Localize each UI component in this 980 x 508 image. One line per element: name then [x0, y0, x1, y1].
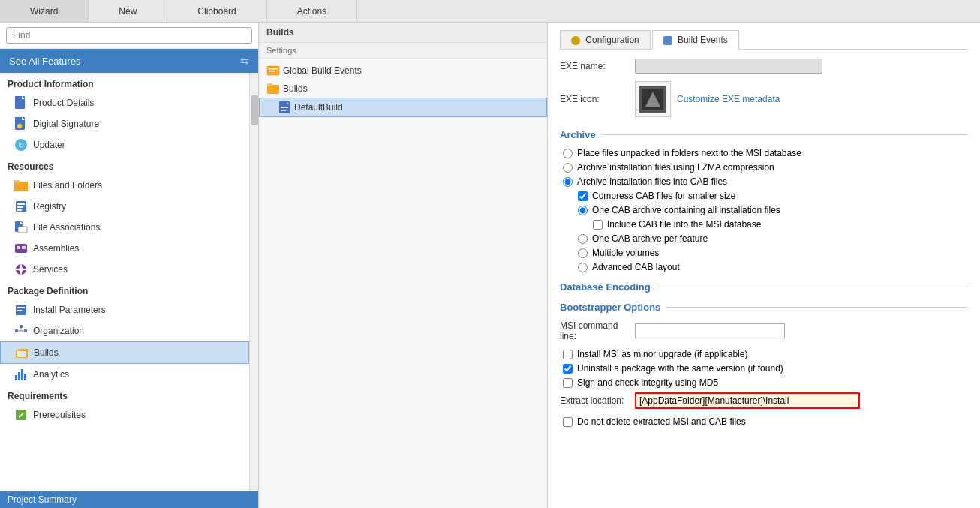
msi-command-line-input[interactable]: [635, 323, 785, 338]
archive-radio-1[interactable]: [563, 149, 573, 158]
sidebar-scrollbar[interactable]: [249, 73, 258, 491]
svg-point-4: [17, 124, 22, 128]
archive-section-header: Archive: [560, 129, 968, 140]
svg-rect-16: [18, 227, 27, 233]
archive-radio-2[interactable]: [563, 163, 573, 173]
sidebar-item-services-label: Services: [33, 264, 68, 275]
extract-location-row: Extract location:: [560, 392, 968, 409]
exe-name-input[interactable]: [635, 59, 822, 74]
archive-option-1-label: Place files unpacked in folders next to …: [577, 148, 801, 158]
tree-item-default-build[interactable]: DefaultBuild: [259, 98, 547, 117]
sign-label: Sign and check integrity using MD5: [577, 377, 718, 388]
svg-rect-47: [269, 71, 275, 72]
archive-suboptions: Compress CAB files for smaller size One …: [560, 191, 968, 272]
project-summary-label: Project Summary: [8, 494, 77, 505]
sidebar-item-file-associations-label: File Associations: [33, 222, 100, 233]
toolbar-tab-clipboard[interactable]: Clipboard: [167, 0, 266, 22]
no-delete-label: Do not delete extracted MSI and CAB file…: [577, 416, 746, 427]
archive-option-1[interactable]: Place files unpacked in folders next to …: [563, 148, 968, 158]
advanced-cab-option[interactable]: Advanced CAB layout: [578, 262, 968, 272]
panel-tabs: Configuration Build Events: [560, 30, 968, 50]
include-cab-checkbox[interactable]: [593, 220, 603, 230]
sidebar-item-registry[interactable]: Registry: [0, 196, 249, 217]
tab-build-events[interactable]: Build Events: [652, 30, 739, 50]
install-msi-option[interactable]: Install MSI as minor upgrade (if applica…: [563, 349, 968, 359]
msi-command-line-label: MSI command line:: [560, 320, 635, 341]
sidebar-item-organization-label: Organization: [33, 326, 84, 336]
uninstall-option[interactable]: Uninstall a package with the same versio…: [563, 363, 968, 374]
multiple-volumes-option[interactable]: Multiple volumes: [578, 248, 968, 258]
sidebar-item-install-parameters-label: Install Parameters: [33, 305, 106, 315]
svg-rect-49: [267, 83, 272, 86]
organization-icon: [14, 323, 29, 338]
one-cab-per-feature-radio[interactable]: [578, 234, 588, 244]
exe-icon-row: EXE icon: Customize EXE metadata: [560, 81, 968, 117]
one-cab-per-feature-option[interactable]: One CAB archive per feature: [578, 233, 968, 244]
multiple-volumes-radio[interactable]: [578, 248, 588, 258]
section-title-product-info: Product Information: [0, 73, 249, 92]
assemblies-icon: [14, 241, 29, 256]
scrollbar-thumb[interactable]: [251, 95, 258, 125]
one-cab-label: One CAB archive containing all installat…: [592, 205, 780, 215]
sidebar-item-files-folders[interactable]: Files and Folders: [0, 175, 249, 196]
uninstall-checkbox[interactable]: [563, 364, 573, 374]
include-cab-option[interactable]: Include CAB file into the MSI database: [578, 219, 968, 230]
svg-rect-52: [281, 107, 288, 108]
sidebar-item-updater[interactable]: ↻ Updater: [0, 134, 249, 155]
sidebar-scroll-inner: Product Information Product Details Digi…: [0, 73, 249, 491]
compress-cab-checkbox[interactable]: [578, 191, 588, 201]
sidebar-item-organization[interactable]: Organization: [0, 320, 249, 341]
sign-option[interactable]: Sign and check integrity using MD5: [563, 377, 968, 388]
toolbar-tab-actions[interactable]: Actions: [267, 0, 357, 22]
section-title-requirements: Requirements: [0, 385, 249, 404]
archive-radio-3[interactable]: [563, 177, 573, 187]
sidebar-item-file-associations[interactable]: File Associations: [0, 217, 249, 238]
sign-checkbox[interactable]: [563, 378, 573, 388]
toolbar-tab-wizard[interactable]: Wizard: [0, 0, 89, 22]
sidebar-item-services[interactable]: Services: [0, 259, 249, 280]
svg-rect-53: [281, 110, 286, 111]
prerequisites-icon: ✓: [14, 407, 29, 422]
one-cab-radio[interactable]: [578, 206, 588, 215]
sidebar-item-assemblies[interactable]: Assemblies: [0, 238, 249, 259]
tab-configuration[interactable]: Configuration: [560, 30, 651, 49]
svg-rect-25: [23, 269, 26, 270]
registry-icon: [14, 199, 29, 214]
archive-option-3-label: Archive installation files into CAB file…: [577, 176, 727, 187]
tree-item-builds-folder[interactable]: Builds: [259, 80, 547, 98]
install-msi-checkbox[interactable]: [563, 350, 573, 359]
exe-icon-box[interactable]: [635, 81, 671, 117]
sidebar-item-prerequisites-label: Prerequisites: [33, 410, 86, 420]
svg-rect-41: [21, 369, 23, 380]
one-cab-option[interactable]: One CAB archive containing all installat…: [578, 205, 968, 215]
svg-rect-9: [14, 180, 20, 182]
no-delete-checkbox[interactable]: [563, 417, 573, 427]
section-title-resources: Resources: [0, 155, 249, 175]
toolbar-tab-new[interactable]: New: [89, 0, 167, 22]
see-all-features-button[interactable]: See All Features ⇆: [0, 49, 258, 73]
archive-option-2[interactable]: Archive installation files using LZMA co…: [563, 162, 968, 173]
no-delete-option[interactable]: Do not delete extracted MSI and CAB file…: [563, 416, 968, 427]
archive-option-3[interactable]: Archive installation files into CAB file…: [563, 176, 968, 187]
sidebar-item-prerequisites[interactable]: ✓ Prerequisites: [0, 404, 249, 425]
search-input[interactable]: [6, 27, 252, 44]
compress-cab-option[interactable]: Compress CAB files for smaller size: [578, 191, 968, 201]
tree-item-global-build-events[interactable]: Global Build Events: [259, 62, 547, 80]
sidebar-item-digital-signature[interactable]: Digital Signature: [0, 113, 249, 134]
advanced-cab-radio[interactable]: [578, 263, 588, 272]
sidebar-item-digital-signature-label: Digital Signature: [33, 119, 99, 129]
sidebar-item-install-parameters[interactable]: Install Parameters: [0, 299, 249, 320]
tree-item-global-build-events-label: Global Build Events: [283, 65, 362, 76]
product-details-icon: [14, 95, 29, 110]
archive-option-2-label: Archive installation files using LZMA co…: [577, 162, 774, 173]
sidebar-item-builds[interactable]: Builds: [0, 341, 249, 364]
sidebar-item-product-details[interactable]: Product Details: [0, 92, 249, 113]
extract-location-input[interactable]: [635, 392, 860, 409]
svg-rect-37: [17, 351, 26, 357]
sidebar-item-builds-label: Builds: [34, 347, 59, 358]
sidebar-item-analytics[interactable]: Analytics: [0, 364, 249, 385]
middle-panel: Builds Settings Global Build Events Buil…: [259, 23, 548, 508]
exe-icon-preview: [639, 86, 666, 113]
customize-exe-link[interactable]: Customize EXE metadata: [677, 94, 780, 104]
right-container: Configuration Build Events EXE name: EXE…: [548, 23, 980, 508]
